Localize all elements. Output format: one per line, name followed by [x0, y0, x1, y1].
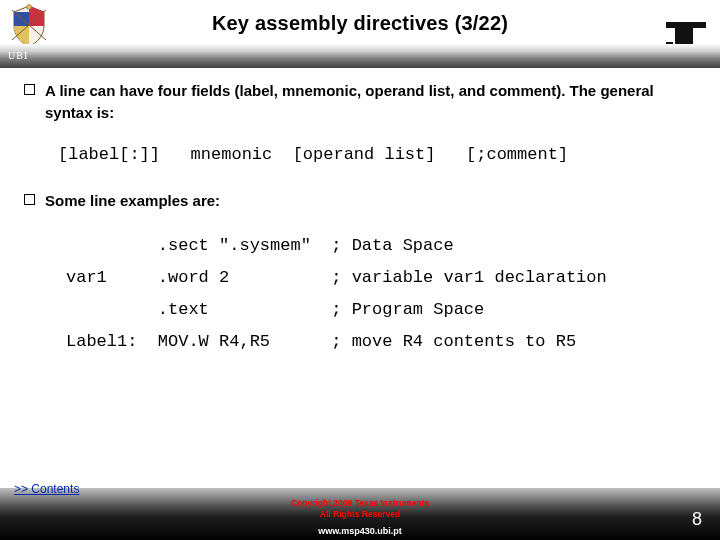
page-number: 8	[692, 509, 702, 530]
svg-point-0	[27, 5, 32, 10]
bullet-1-text: A line can have four fields (label, mnem…	[45, 80, 696, 124]
copyright-block: Copyright 2009 Texas Instruments All Rig…	[0, 498, 720, 520]
bullet-box-icon	[24, 84, 35, 95]
syntax-line: [label[:]] mnemonic [operand list] [;com…	[58, 142, 696, 168]
bullet-box-icon	[24, 194, 35, 205]
bullet-1: A line can have four fields (label, mnem…	[24, 80, 696, 124]
copyright-line-1: Copyright 2009 Texas Instruments	[291, 498, 429, 508]
example-block: .sect ".sysmem" ; Data Space var1 .word …	[66, 230, 696, 359]
slide-header: Key assembly directives (3/22) UBI	[0, 0, 720, 68]
slide-footer: >> Contents Copyright 2009 Texas Instrum…	[0, 488, 720, 540]
slide-content: A line can have four fields (label, mnem…	[24, 80, 696, 359]
page-title: Key assembly directives (3/22)	[0, 12, 720, 35]
copyright-line-2: All Rights Reserved	[320, 509, 400, 519]
bullet-2-text: Some line examples are:	[45, 190, 220, 212]
bullet-2: Some line examples are:	[24, 190, 696, 212]
footer-url: www.msp430.ubi.pt	[0, 526, 720, 536]
header-gradient	[0, 44, 720, 68]
ubi-label: UBI	[8, 50, 28, 61]
crest-logo	[6, 2, 52, 48]
contents-link[interactable]: >> Contents	[14, 482, 79, 496]
